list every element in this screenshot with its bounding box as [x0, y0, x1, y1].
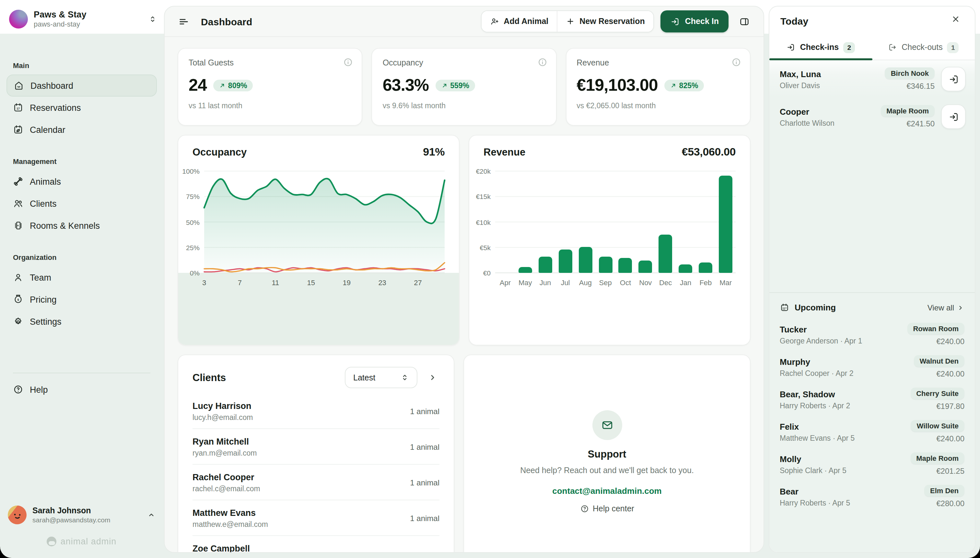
client-row[interactable]: Zoe Campbell: [192, 536, 440, 553]
bar-jan: [679, 264, 692, 273]
upcoming-row[interactable]: FelixMatthew Evans · Apr 5Willow Suite€2…: [769, 415, 975, 448]
calendar-icon: 17: [13, 102, 23, 113]
help-center-link[interactable]: Help center: [580, 504, 634, 513]
client-email: rachel.c@email.com: [192, 485, 260, 492]
main-content: Dashboard Add AnimalNew Reservation Chec…: [164, 6, 764, 553]
sidebar-item-pricing[interactable]: $Pricing: [7, 289, 157, 310]
clients-list: Lucy Harrisonlucy.h@email.com1 animalRya…: [192, 393, 440, 553]
sidebar-footer-nav: Help: [7, 358, 157, 400]
view-all-link[interactable]: View all: [927, 303, 964, 312]
occupancy-chart-card: Occupancy91%100%75%50%25%0%371115192327: [177, 135, 460, 345]
trend-value: 559%: [450, 81, 469, 89]
question-circle-icon: [580, 504, 589, 513]
revenue-chart-card: Revenue€53,060.00€20k€15k€10k€5k€0AprMay…: [469, 135, 750, 345]
sidebar-item-team[interactable]: Team: [7, 266, 157, 289]
client-name: Ryan Mitchell: [192, 437, 257, 446]
sidebar-item-animals[interactable]: Animals: [7, 171, 157, 192]
upcoming-row[interactable]: MurphyRachel Cooper · Apr 2Walnut Den€24…: [769, 351, 975, 383]
chart-headline-value: €53,060.00: [682, 146, 735, 159]
sidebar-item-calendar[interactable]: Calendar: [7, 118, 157, 141]
user-icon: [13, 272, 23, 282]
org-texts: Paws & Stay paws-and-stay: [34, 10, 143, 28]
upcoming-list: TuckerGeorge Anderson · Apr 1Rowan Room€…: [769, 318, 975, 513]
client-info: Zoe Campbell: [192, 544, 250, 553]
new-reservation-button[interactable]: New Reservation: [557, 11, 653, 32]
sidebar-item-clients[interactable]: Clients: [7, 192, 157, 215]
client-email: lucy.h@email.com: [192, 414, 253, 421]
sidebar-item-dashboard[interactable]: Dashboard: [7, 74, 157, 97]
upcoming-row[interactable]: MollySophie Clark · Apr 5Maple Room€201.…: [769, 448, 975, 480]
sidebar-item-help[interactable]: Help: [7, 379, 157, 400]
stay-room-price: Maple Room€241.50: [880, 105, 935, 128]
client-row[interactable]: Rachel Cooperrachel.c@email.com1 animal: [192, 464, 440, 500]
client-row[interactable]: Matthew Evansmatthew.e@email.com1 animal: [192, 500, 440, 536]
check-in-action-button[interactable]: [941, 104, 966, 129]
user-texts: Sarah Johnson sarah@pawsandstay.com: [33, 506, 141, 524]
x-tick-label: 27: [414, 279, 422, 286]
revenue-bars: [495, 171, 735, 273]
help-circle-icon: [13, 384, 23, 395]
add-animal-button[interactable]: Add Animal: [482, 11, 557, 32]
stay-info: CooperCharlotte Wilson: [780, 107, 874, 127]
animal-names: Felix: [780, 422, 904, 431]
upcoming-row[interactable]: TuckerGeorge Anderson · Apr 1Rowan Room€…: [769, 318, 975, 351]
close-button[interactable]: [951, 14, 964, 27]
x-tick-label: Mar: [716, 279, 735, 286]
org-switcher[interactable]: Paws & Stay paws-and-stay: [9, 6, 157, 32]
x-tick-label: Feb: [696, 279, 716, 286]
upcoming-row[interactable]: BearHarry Roberts · Apr 5Elm Den€280.00: [769, 480, 975, 513]
user-menu[interactable]: Sarah Johnson sarah@pawsandstay.com: [8, 500, 156, 529]
stat-value-row: €19,103.00825%: [576, 75, 740, 95]
upcoming-row[interactable]: Bear, ShadowHarry Roberts · Apr 2Cherry …: [769, 383, 975, 415]
upcoming-header: Upcoming View all: [769, 293, 975, 318]
room-badge: Elm Den: [924, 485, 964, 496]
support-email-link[interactable]: contact@animaladmin.com: [552, 486, 662, 496]
info-icon[interactable]: [537, 57, 547, 67]
panel-toggle-button[interactable]: [735, 12, 753, 30]
chart-title: Revenue: [484, 146, 525, 158]
sidebar-item-rooms-kennels[interactable]: Rooms & Kennels: [7, 215, 157, 236]
chevrons-updown-icon: [148, 15, 157, 23]
stay-price: €241.50: [906, 119, 935, 128]
clients-next-button[interactable]: [425, 370, 440, 385]
info-icon[interactable]: [343, 57, 354, 67]
stat-subtext: vs €2,065.00 last month: [576, 102, 740, 110]
check-in-action-button[interactable]: [941, 67, 966, 91]
client-row[interactable]: Lucy Harrisonlucy.h@email.com1 animal: [192, 393, 440, 429]
tab-count-badge: 2: [843, 42, 855, 53]
support-card: Support Need help? Reach out and we'll g…: [463, 354, 750, 553]
envelope-icon: [601, 419, 614, 431]
app-window: Paws & Stay paws-and-stay MainDashboard1…: [0, 0, 980, 558]
client-name: Lucy Harrison: [192, 401, 253, 411]
stay-info: MollySophie Clark · Apr 5: [780, 454, 904, 474]
info-icon[interactable]: [731, 57, 742, 67]
animal-names: Bear: [780, 486, 918, 496]
check-in-button[interactable]: Check In: [660, 10, 729, 33]
x-tick-label: 19: [343, 279, 351, 286]
tab-check-ins[interactable]: Check-ins2: [769, 35, 872, 60]
stay-room-price: Rowan Room€240.00: [907, 323, 964, 346]
sidebar-item-settings[interactable]: Settings: [7, 310, 157, 333]
client-row[interactable]: Ryan Mitchellryan.m@email.com1 animal: [192, 429, 440, 464]
tab-check-outs[interactable]: Check-outs1: [872, 35, 975, 60]
stat-title: Occupancy: [383, 58, 546, 67]
checkin-row[interactable]: CooperCharlotte WilsonMaple Room€241.50: [769, 98, 975, 135]
chevron-right-icon: [427, 373, 437, 382]
y-tick-label: €10k: [476, 218, 491, 226]
stay-info: TuckerGeorge Anderson · Apr 1: [780, 324, 901, 345]
y-axis-labels: €20k€15k€10k€5k€0: [469, 171, 491, 273]
x-tick-label: 23: [378, 279, 386, 286]
svg-text:17: 17: [16, 107, 20, 110]
checkin-row[interactable]: Max, LunaOliver DavisBirch Nook€346.15: [769, 60, 975, 98]
today-panel-header: Today: [769, 7, 975, 35]
x-tick-label: Jan: [676, 279, 696, 286]
view-all-label: View all: [927, 303, 954, 312]
y-tick-label: 100%: [182, 167, 200, 175]
clients-sort-select[interactable]: Latest: [345, 367, 417, 388]
menu-button[interactable]: [175, 13, 192, 30]
trend-value: 809%: [228, 81, 247, 89]
button-label: Add Animal: [504, 17, 548, 26]
sidebar-item-reservations[interactable]: 17Reservations: [7, 97, 157, 118]
occupancy-plot: [204, 171, 445, 273]
client-name: Zoe Campbell: [192, 544, 250, 553]
